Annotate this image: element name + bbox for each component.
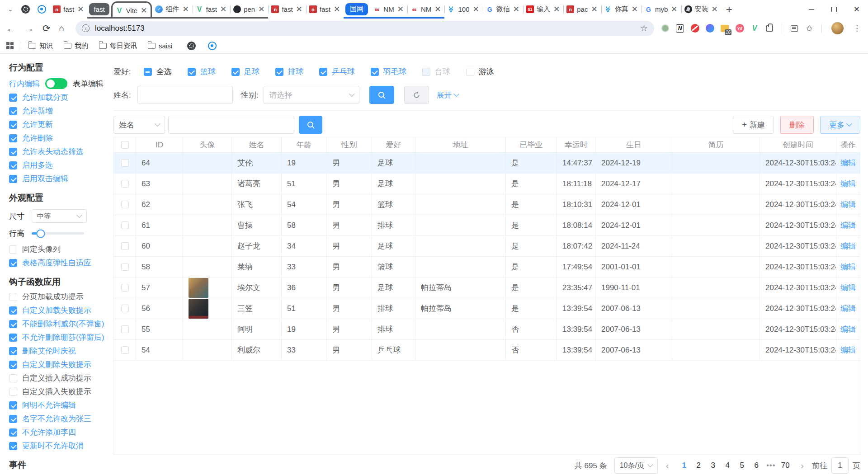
inline-edit-label[interactable]: 行内编辑 bbox=[9, 79, 40, 89]
table-row[interactable]: 54利威尔33男乒乓球否13:39:542007-06-132024-12-30… bbox=[114, 340, 860, 361]
behavior-item[interactable]: 允许加载分页 bbox=[9, 92, 113, 103]
hook-checkbox[interactable] bbox=[9, 334, 17, 342]
bookmark-podcast[interactable] bbox=[205, 39, 219, 52]
maximize-button[interactable] bbox=[823, 0, 845, 19]
bookmark-swirl[interactable] bbox=[184, 39, 198, 52]
table-row[interactable]: 61曹操58男排球是18:08:142024-12-012024-12-30T1… bbox=[114, 215, 860, 236]
row-checkbox[interactable] bbox=[121, 221, 129, 229]
size-select[interactable]: 中等 bbox=[32, 209, 87, 223]
behavior-item[interactable]: 允许删除 bbox=[9, 133, 113, 143]
page-number-button[interactable]: 1 bbox=[677, 461, 691, 470]
home-button[interactable]: ⌂ bbox=[59, 24, 64, 33]
bookmark-star-icon[interactable]: ☆ bbox=[640, 23, 648, 33]
prev-page-button[interactable]: ‹ bbox=[665, 461, 670, 471]
row-checkbox[interactable] bbox=[121, 284, 129, 292]
extension-notion[interactable]: N bbox=[675, 24, 684, 33]
row-checkbox[interactable] bbox=[121, 242, 129, 250]
hook-item[interactable]: 自定义插入失败提示 bbox=[9, 386, 113, 397]
browser-menu-button[interactable]: ⋮ bbox=[851, 24, 863, 33]
row-checkbox[interactable] bbox=[121, 325, 129, 333]
back-button[interactable]: ← bbox=[6, 23, 16, 34]
edit-link[interactable]: 编辑 bbox=[840, 179, 856, 189]
hook-item[interactable]: 自定义加载失败提示 bbox=[9, 305, 113, 315]
tab-close-icon[interactable]: ✕ bbox=[182, 5, 189, 13]
hobby-checkbox[interactable] bbox=[144, 68, 152, 76]
hobby-checkbox[interactable] bbox=[319, 68, 327, 76]
browser-tab[interactable]: ✓组件✕ bbox=[152, 0, 192, 19]
behavior-checkbox[interactable] bbox=[9, 107, 17, 115]
gender-select[interactable]: 请选择 bbox=[264, 86, 359, 104]
hook-checkbox[interactable] bbox=[9, 428, 17, 437]
bookmark-folder[interactable]: saisi bbox=[148, 42, 172, 50]
edit-link[interactable]: 编辑 bbox=[840, 241, 856, 251]
edit-mode-toggle[interactable] bbox=[45, 78, 67, 89]
tab-close-icon[interactable]: ✕ bbox=[590, 5, 598, 13]
behavior-checkbox[interactable] bbox=[9, 121, 17, 129]
more-button[interactable]: 更多 bbox=[820, 116, 860, 134]
browser-tab[interactable]: ssNM✕ bbox=[370, 0, 407, 19]
hobby-option[interactable]: 足球 bbox=[231, 66, 259, 77]
behavior-item[interactable]: 允许表头动态筛选 bbox=[9, 146, 113, 157]
extension-blocker[interactable] bbox=[690, 24, 699, 33]
delete-button[interactable]: 删除 bbox=[780, 116, 814, 134]
appearance-checkbox[interactable] bbox=[9, 259, 17, 267]
browser-tab[interactable]: nfast✕ bbox=[50, 0, 87, 19]
extension-lightning[interactable] bbox=[705, 24, 714, 33]
page-number-button[interactable]: 70 bbox=[778, 461, 793, 470]
appearance-checkbox[interactable] bbox=[9, 245, 17, 254]
tab-close-icon[interactable]: ✕ bbox=[258, 5, 265, 13]
row-checkbox[interactable] bbox=[121, 159, 129, 167]
edit-link[interactable]: 编辑 bbox=[840, 345, 856, 355]
browser-tab[interactable]: npac✕ bbox=[563, 0, 601, 19]
tab-search-button[interactable]: ⌄ bbox=[4, 4, 17, 15]
hook-checkbox[interactable] bbox=[9, 306, 17, 315]
tab-close-icon[interactable]: ✕ bbox=[631, 5, 638, 13]
edit-link[interactable]: 编辑 bbox=[840, 220, 856, 230]
search-button[interactable] bbox=[369, 86, 394, 104]
hobby-checkbox[interactable] bbox=[422, 68, 430, 76]
reset-button[interactable] bbox=[404, 86, 429, 104]
hook-checkbox[interactable] bbox=[9, 361, 17, 369]
hook-checkbox[interactable] bbox=[9, 415, 17, 423]
table-search-input[interactable] bbox=[168, 116, 294, 134]
site-info-icon[interactable]: i bbox=[82, 24, 90, 32]
hook-checkbox[interactable] bbox=[9, 293, 17, 301]
bookmark-folder[interactable]: 我的 bbox=[64, 42, 88, 50]
minimize-button[interactable]: ─ bbox=[800, 0, 823, 19]
bookmark-folder[interactable]: 每日资讯 bbox=[99, 42, 137, 50]
hook-item[interactable]: 分页加载成功提示 bbox=[9, 292, 113, 302]
tab-close-icon[interactable]: ✕ bbox=[397, 5, 404, 13]
hook-checkbox[interactable] bbox=[9, 347, 17, 355]
hobby-option[interactable]: 排球 bbox=[275, 66, 303, 77]
browser-tab[interactable]: ≫你真✕ bbox=[601, 0, 642, 19]
pinned-tab-swirl[interactable] bbox=[19, 3, 32, 16]
hobby-option[interactable]: 篮球 bbox=[188, 66, 216, 77]
form-edit-label[interactable]: 表单编辑 bbox=[73, 79, 104, 89]
behavior-checkbox[interactable] bbox=[9, 94, 17, 102]
browser-tab[interactable]: G微信✕ bbox=[483, 0, 523, 19]
extension-yd[interactable]: Yd bbox=[735, 24, 744, 33]
bookmarks-panel-button[interactable]: ✩ bbox=[805, 24, 814, 33]
page-number-button[interactable]: 2 bbox=[691, 461, 706, 470]
column-select[interactable]: 姓名 bbox=[113, 116, 165, 134]
browser-tab[interactable]: ssNM✕ bbox=[407, 0, 445, 19]
table-row[interactable]: 58莱纳33男篮球是17:49:542001-01-012024-12-30T1… bbox=[114, 257, 860, 277]
edit-link[interactable]: 编辑 bbox=[840, 303, 856, 314]
row-checkbox[interactable] bbox=[121, 201, 129, 208]
page-number-button[interactable]: 5 bbox=[735, 461, 749, 470]
hook-item[interactable]: 删除艾伦时庆祝 bbox=[9, 346, 113, 356]
hobby-checkbox[interactable] bbox=[466, 68, 474, 76]
forward-button[interactable]: → bbox=[24, 23, 34, 34]
tab-close-icon[interactable]: ✕ bbox=[472, 5, 479, 13]
hook-item[interactable]: 名字不允许改为张三 bbox=[9, 414, 113, 424]
hook-checkbox[interactable] bbox=[9, 401, 17, 409]
behavior-item[interactable]: 启用双击编辑 bbox=[9, 174, 113, 184]
tab-close-icon[interactable]: ✕ bbox=[333, 5, 340, 13]
row-height-slider[interactable] bbox=[32, 232, 84, 235]
browser-tab[interactable]: pen✕ bbox=[230, 0, 268, 19]
tab-close-icon[interactable]: ✕ bbox=[553, 5, 560, 13]
behavior-checkbox[interactable] bbox=[9, 175, 17, 183]
hook-item[interactable]: 更新时不允许取消 bbox=[9, 441, 113, 451]
behavior-item[interactable]: 允许新增 bbox=[9, 106, 113, 116]
edit-link[interactable]: 编辑 bbox=[840, 282, 856, 293]
